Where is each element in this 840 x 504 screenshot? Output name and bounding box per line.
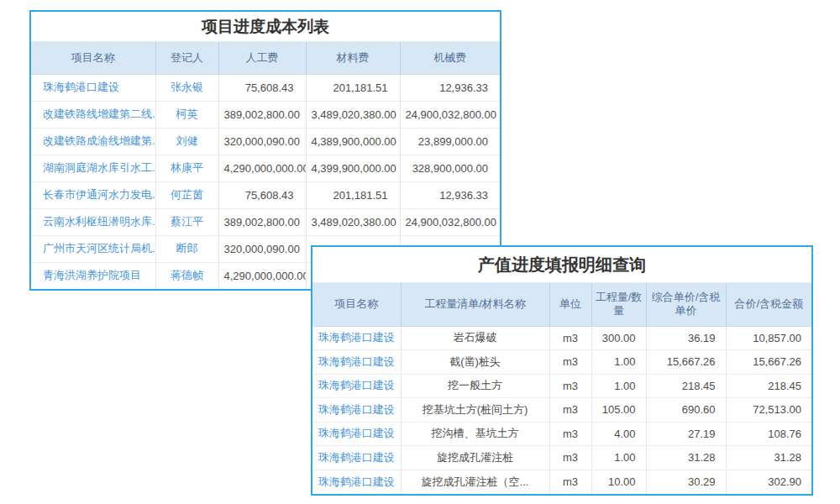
table-row: 长春市伊通河水力发电...何芷茵75,608.43201,181.5112,93… <box>31 181 500 208</box>
output-detail-panel: 产值进度填报明细查询 项目名称 工程量清单/材料名称 单位 工程量/数量 综合单… <box>311 245 813 496</box>
registrant-cell: 柯英 <box>155 101 218 128</box>
total-amount-cell: 72,513.00 <box>726 398 811 423</box>
unit-price-cell: 690.60 <box>646 398 726 423</box>
project-name-cell-link[interactable]: 云南水利枢纽潜明水库... <box>43 215 155 228</box>
header-row: 项目名称 工程量清单/材料名称 单位 工程量/数量 综合单价/含税单价 合价/含… <box>312 283 811 326</box>
total-amount-cell: 10,857.00 <box>726 326 811 350</box>
registrant-cell-link[interactable]: 刘健 <box>176 134 198 147</box>
project-name-cell: 珠海鹤港口建设 <box>31 74 155 101</box>
total-amount-cell: 302.90 <box>726 470 811 494</box>
project-name-cell: 珠海鹤港口建设 <box>312 422 401 446</box>
output-detail-table: 项目名称 工程量清单/材料名称 单位 工程量/数量 综合单价/含税单价 合价/含… <box>312 283 811 494</box>
project-name-cell-link[interactable]: 珠海鹤港口建设 <box>318 379 395 391</box>
boq-material-name-cell: 挖沟槽、基坑土方 <box>401 422 549 446</box>
unit-price-cell: 30.29 <box>646 470 726 494</box>
col-header-project-name: 项目名称 <box>31 42 155 74</box>
boq-material-name-cell: 旋挖成孔灌注桩 <box>401 446 549 470</box>
labor-cost-cell: 389,002,800.00 <box>218 208 306 235</box>
unit-cell: m3 <box>549 350 591 375</box>
col-header-unit-price: 综合单价/含税单价 <box>646 283 726 326</box>
labor-cost-cell: 75,608.43 <box>218 74 306 101</box>
registrant-cell-link[interactable]: 林康平 <box>171 161 203 174</box>
registrant-cell-link[interactable]: 何芷茵 <box>171 188 203 201</box>
project-name-cell-link[interactable]: 珠海鹤港口建设 <box>318 451 395 464</box>
registrant-cell-link[interactable]: 断郎 <box>176 242 198 255</box>
labor-cost-cell: 75,608.43 <box>218 181 306 208</box>
project-name-cell: 湖南洞庭湖水库引水工... <box>31 155 155 181</box>
project-name-cell-link[interactable]: 珠海鹤港口建设 <box>318 427 395 439</box>
unit-price-cell: 218.45 <box>646 374 726 398</box>
project-name-cell: 广州市天河区统计局机... <box>31 235 155 262</box>
project-name-cell: 珠海鹤港口建设 <box>312 374 401 398</box>
boq-material-name-cell: 旋挖成孔灌注桩（空... <box>401 470 549 494</box>
project-name-cell: 珠海鹤港口建设 <box>312 326 401 350</box>
registrant-cell-link[interactable]: 蒋德帧 <box>171 269 203 281</box>
project-name-cell-link[interactable]: 长春市伊通河水力发电... <box>43 188 155 201</box>
quantity-cell: 10.00 <box>591 470 646 494</box>
registrant-cell-link[interactable]: 张永银 <box>171 81 203 93</box>
registrant-cell: 林康平 <box>155 155 218 181</box>
registrant-cell: 刘健 <box>155 128 218 155</box>
unit-cell: m3 <box>549 398 591 423</box>
quantity-cell: 105.00 <box>591 398 646 423</box>
registrant-cell: 蒋德帧 <box>155 262 218 289</box>
project-name-cell: 云南水利枢纽潜明水库... <box>31 208 155 235</box>
unit-cell: m3 <box>549 470 591 494</box>
unit-cell: m3 <box>549 446 591 470</box>
boq-material-name-cell: 截(凿)桩头 <box>401 350 549 375</box>
quantity-cell: 4.00 <box>591 422 646 446</box>
project-name-cell-link[interactable]: 广州市天河区统计局机... <box>43 242 155 255</box>
cost-list-title: 项目进度成本列表 <box>31 12 500 42</box>
table-row: 云南水利枢纽潜明水库...蔡江平389,002,800.003,489,020,… <box>31 208 500 235</box>
col-header-registrant: 登记人 <box>155 42 218 74</box>
machinery-cost-cell: 24,900,032,800.00 <box>400 208 500 235</box>
labor-cost-cell: 4,290,000,000.00 <box>218 155 306 181</box>
project-name-cell-link[interactable]: 改建铁路线增建第二线... <box>43 108 155 120</box>
header-row: 项目名称 登记人 人工费 材料费 机械费 <box>31 42 500 74</box>
project-name-cell: 珠海鹤港口建设 <box>312 350 401 375</box>
table-row: 改建铁路成渝线增建第...刘健320,000,090.004,389,900,0… <box>31 128 500 155</box>
machinery-cost-cell: 328,900,000.00 <box>400 155 500 181</box>
project-name-cell-link[interactable]: 珠海鹤港口建设 <box>318 331 395 344</box>
col-header-unit: 单位 <box>549 283 591 326</box>
material-cost-cell: 201,181.51 <box>306 181 400 208</box>
project-name-cell-link[interactable]: 湖南洞庭湖水库引水工... <box>43 161 155 174</box>
material-cost-cell: 3,489,020,380.00 <box>306 101 400 128</box>
output-detail-title: 产值进度填报明细查询 <box>312 247 811 283</box>
machinery-cost-cell: 23,899,000.00 <box>400 128 500 155</box>
registrant-cell: 蔡江平 <box>155 208 218 235</box>
project-name-cell-link[interactable]: 青海洪湖养护院项目 <box>43 269 141 281</box>
material-cost-cell: 4,389,900,000.00 <box>306 128 400 155</box>
output-detail-header: 项目名称 工程量清单/材料名称 单位 工程量/数量 综合单价/含税单价 合价/含… <box>312 283 811 326</box>
col-header-boq-material-name: 工程量清单/材料名称 <box>401 283 549 326</box>
table-row: 珠海鹤港口建设挖基坑土方(桩间土方)m3105.00690.6072,513.0… <box>312 398 811 423</box>
quantity-cell: 1.00 <box>591 350 646 375</box>
project-name-cell: 改建铁路线增建第二线... <box>31 101 155 128</box>
labor-cost-cell: 320,000,090.00 <box>218 235 306 262</box>
project-name-cell: 珠海鹤港口建设 <box>312 398 401 423</box>
total-amount-cell: 218.45 <box>726 374 811 398</box>
quantity-cell: 1.00 <box>591 446 646 470</box>
project-name-cell-link[interactable]: 珠海鹤港口建设 <box>318 403 395 416</box>
project-name-cell-link[interactable]: 改建铁路成渝线增建第... <box>43 134 155 147</box>
project-name-cell: 珠海鹤港口建设 <box>312 470 401 494</box>
unit-price-cell: 27.19 <box>646 422 726 446</box>
unit-cell: m3 <box>549 374 591 398</box>
registrant-cell: 断郎 <box>155 235 218 262</box>
boq-material-name-cell: 岩石爆破 <box>401 326 549 350</box>
machinery-cost-cell: 24,900,032,800.00 <box>400 101 500 128</box>
table-row: 珠海鹤港口建设挖一般土方m31.00218.45218.45 <box>312 374 811 398</box>
table-row: 珠海鹤港口建设旋挖成孔灌注桩m31.0031.2831.28 <box>312 446 811 470</box>
table-row: 珠海鹤港口建设张永银75,608.43201,181.5112,936.33 <box>31 74 500 101</box>
registrant-cell-link[interactable]: 柯英 <box>176 108 198 120</box>
registrant-cell-link[interactable]: 蔡江平 <box>171 215 203 228</box>
project-name-cell-link[interactable]: 珠海鹤港口建设 <box>43 81 119 93</box>
project-name-cell-link[interactable]: 珠海鹤港口建设 <box>318 355 395 368</box>
labor-cost-cell: 389,002,800.00 <box>218 101 306 128</box>
table-row: 湖南洞庭湖水库引水工...林康平4,290,000,000.004,399,90… <box>31 155 500 181</box>
table-row: 珠海鹤港口建设岩石爆破m3300.0036.1910,857.00 <box>312 326 811 350</box>
project-name-cell: 青海洪湖养护院项目 <box>31 262 155 289</box>
project-name-cell-link[interactable]: 珠海鹤港口建设 <box>318 475 395 488</box>
output-detail-body: 珠海鹤港口建设岩石爆破m3300.0036.1910,857.00珠海鹤港口建设… <box>312 326 811 494</box>
boq-material-name-cell: 挖基坑土方(桩间土方) <box>401 398 549 423</box>
